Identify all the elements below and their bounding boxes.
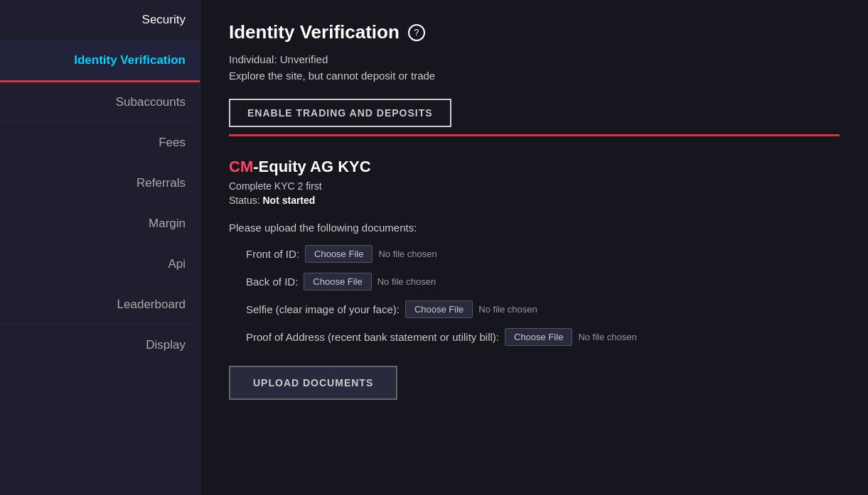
kyc-subtitle: Complete KYC 2 first xyxy=(229,180,840,192)
doc-label-proof-address: Proof of Address (recent bank statement … xyxy=(246,331,499,343)
sidebar-item-subaccounts[interactable]: Subaccounts xyxy=(0,82,200,123)
red-divider xyxy=(229,134,840,136)
help-icon[interactable]: ? xyxy=(408,24,425,41)
kyc-status-value: Not started xyxy=(262,195,315,206)
upload-prompt: Please upload the following documents: xyxy=(229,222,840,234)
document-list: Front of ID:Choose FileNo file chosenBac… xyxy=(229,245,840,346)
doc-item-back-id: Back of ID:Choose FileNo file chosen xyxy=(246,273,840,290)
sidebar-item-security[interactable]: Security xyxy=(0,0,200,40)
main-content: Identity Verification ? Individual: Unve… xyxy=(200,0,868,495)
no-file-text-selfie: No file chosen xyxy=(478,304,537,315)
choose-file-button-proof-address[interactable]: Choose File xyxy=(505,328,572,346)
sidebar: SecurityIdentity VerificationSubaccounts… xyxy=(0,0,200,495)
kyc-title: CM-Equity AG KYC xyxy=(229,158,840,176)
choose-file-button-front-id[interactable]: Choose File xyxy=(305,245,373,263)
sidebar-item-margin[interactable]: Margin xyxy=(0,204,200,244)
doc-item-proof-address: Proof of Address (recent bank statement … xyxy=(246,328,840,346)
sidebar-item-display[interactable]: Display xyxy=(0,325,200,366)
choose-file-button-selfie[interactable]: Choose File xyxy=(405,300,473,318)
no-file-text-front-id: No file chosen xyxy=(378,249,436,259)
sidebar-item-leaderboard[interactable]: Leaderboard xyxy=(0,285,200,325)
sidebar-item-referrals[interactable]: Referrals xyxy=(0,163,200,204)
sidebar-item-fees[interactable]: Fees xyxy=(0,123,200,163)
kyc-title-suffix: -Equity AG KYC xyxy=(253,158,370,175)
status-line: Individual: Unverified xyxy=(229,53,840,65)
doc-item-selfie: Selfie (clear image of your face):Choose… xyxy=(246,300,840,318)
doc-label-front-id: Front of ID: xyxy=(246,248,299,260)
no-file-text-back-id: No file chosen xyxy=(377,276,436,287)
status-desc: Explore the site, but cannot deposit or … xyxy=(229,70,840,82)
doc-item-front-id: Front of ID:Choose FileNo file chosen xyxy=(246,245,840,263)
upload-documents-button[interactable]: UPLOAD DOCUMENTS xyxy=(229,366,397,400)
kyc-status: Status: Not started xyxy=(229,195,840,206)
title-row: Identity Verification ? xyxy=(229,21,840,43)
no-file-text-proof-address: No file chosen xyxy=(578,332,636,342)
kyc-title-prefix: CM xyxy=(229,158,253,175)
sidebar-item-api[interactable]: Api xyxy=(0,244,200,285)
doc-label-back-id: Back of ID: xyxy=(246,276,298,288)
doc-label-selfie: Selfie (clear image of your face): xyxy=(246,303,400,315)
choose-file-button-back-id[interactable]: Choose File xyxy=(304,273,371,290)
page-title: Identity Verification xyxy=(229,21,400,43)
enable-trading-button[interactable]: ENABLE TRADING AND DEPOSITS xyxy=(229,99,451,127)
sidebar-item-identity-verification[interactable]: Identity Verification xyxy=(0,40,200,82)
